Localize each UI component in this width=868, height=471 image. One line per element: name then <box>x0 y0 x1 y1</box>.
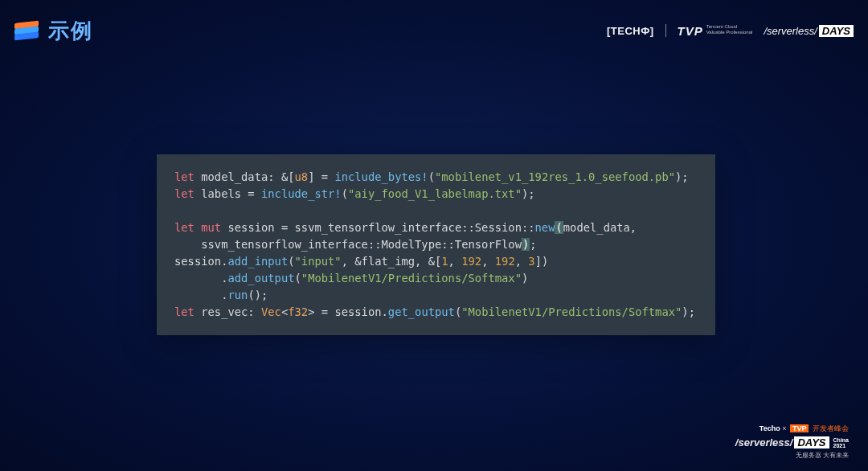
code-token: let <box>174 187 194 200</box>
code-token: Vec <box>261 305 281 318</box>
code-token: ssvm_tensorflow_interface::ModelType::Te… <box>174 238 522 251</box>
code-token: , <box>481 255 495 268</box>
title-wrap: 示例 <box>14 17 93 45</box>
code-token: "MobilenetV1/Predictions/Softmax" <box>461 305 682 318</box>
code-token: f32 <box>288 305 308 318</box>
code-token: model_data, <box>563 221 637 234</box>
code-token: = <box>314 170 334 183</box>
brand-serverless-days: /serverless/ DAYS <box>764 25 854 37</box>
code-token: 192 <box>495 255 515 268</box>
code-token: 1 <box>441 255 448 268</box>
slide-title: 示例 <box>48 17 93 45</box>
code-token: "aiy_food_V1_labelmap.txt" <box>348 187 522 200</box>
footer: Techo × TVP 开发者峰会 /serverless/ DAYS Chin… <box>735 424 849 460</box>
code-token: new <box>535 221 555 234</box>
brand-sd-slash: /serverless/ <box>764 25 817 37</box>
code-token: let <box>174 305 194 318</box>
code-token: ( <box>428 170 435 183</box>
code-line: .add_output("MobilenetV1/Predictions/Sof… <box>174 270 698 287</box>
code-token: ( <box>455 305 461 318</box>
brand-separator <box>665 24 666 37</box>
brand-tvp-big: TVP <box>678 24 703 38</box>
code-token: ( <box>288 255 294 268</box>
footer-sd-slash: /serverless/ <box>735 436 793 448</box>
code-token: . <box>174 272 227 285</box>
code-token: add_input <box>227 255 288 268</box>
code-token: labels = <box>194 187 261 200</box>
code-token: ( <box>555 221 563 234</box>
code-token: include_bytes! <box>334 170 428 183</box>
code-token: let <box>174 170 194 183</box>
footer-tagline: 无服务器 大有未来 <box>735 451 849 460</box>
code-token: let <box>174 221 194 234</box>
code-token: = session. <box>314 305 387 318</box>
code-token: get_output <box>388 305 455 318</box>
code-token: "input" <box>295 255 342 268</box>
code-token: 3 <box>528 255 534 268</box>
code-line: session.add_input("input", &flat_img, &[… <box>174 253 698 270</box>
code-line <box>174 203 698 219</box>
footer-x: × <box>782 424 786 432</box>
code-token: , <box>515 255 529 268</box>
code-token: ) <box>522 272 528 285</box>
code-token: "MobilenetV1/Predictions/Softmax" <box>301 272 522 285</box>
code-token: session. <box>174 255 227 268</box>
footer-dev: 开发者峰会 <box>813 424 849 432</box>
code-token: model_data: <box>194 170 281 183</box>
code-token: ; <box>530 238 536 251</box>
brand-techo: [TECHФ] <box>607 25 654 37</box>
footer-top: Techo × TVP 开发者峰会 <box>735 424 849 434</box>
code-token: , <box>448 255 462 268</box>
code-line: let model_data: &[u8] = include_bytes!("… <box>174 169 698 186</box>
code-token: mut <box>201 221 221 234</box>
footer-tvp: TVP <box>790 424 809 432</box>
code-token: ( <box>295 272 301 285</box>
code-token: ( <box>342 187 348 200</box>
code-block: let model_data: &[u8] = include_bytes!("… <box>157 154 715 335</box>
code-line: ssvm_tensorflow_interface::ModelType::Te… <box>174 236 698 253</box>
code-line: .run(); <box>174 287 698 304</box>
code-token: ) <box>522 238 530 251</box>
brand-tvp-sub: Tencent CloudValuable Professional <box>706 24 753 35</box>
code-token <box>194 221 201 234</box>
code-token: ]) <box>535 255 549 268</box>
code-token: u8 <box>295 170 309 183</box>
footer-mid: /serverless/ DAYS China2021 <box>735 436 849 448</box>
code-token: run <box>227 289 248 301</box>
code-token: ); <box>682 305 695 318</box>
brand-sd-days: DAYS <box>819 25 854 37</box>
code-line: let labels = include_str!("aiy_food_V1_l… <box>174 186 698 203</box>
footer-sd-days: DAYS <box>794 436 829 448</box>
code-token: flat_img <box>362 255 415 268</box>
code-token: &[ <box>281 170 295 183</box>
code-line: let res_vec: Vec<f32> = session.get_outp… <box>174 304 698 321</box>
layers-icon <box>14 19 39 42</box>
footer-sd-china: China2021 <box>833 437 849 448</box>
code-token: ); <box>522 187 535 200</box>
code-token: , & <box>342 255 362 268</box>
code-line: let mut session = ssvm_tensorflow_interf… <box>174 219 698 236</box>
code-token: < <box>281 305 288 318</box>
code-token: ); <box>675 170 689 183</box>
brand-bar: [TECHФ] TVP Tencent CloudValuable Profes… <box>607 24 854 38</box>
slide: 示例 [TECHФ] TVP Tencent CloudValuable Pro… <box>0 0 868 471</box>
header: 示例 [TECHФ] TVP Tencent CloudValuable Pro… <box>14 14 854 47</box>
code-token: "mobilenet_v1_192res_1.0_seefood.pb" <box>435 170 675 183</box>
brand-tvp: TVP Tencent CloudValuable Professional <box>678 24 753 38</box>
code-token: res_vec: <box>194 305 261 318</box>
code-token: 192 <box>461 255 481 268</box>
code-token: (); <box>248 289 268 301</box>
code-token: add_output <box>227 272 294 285</box>
code-token: session = ssvm_tensorflow_interface::Ses… <box>221 221 534 234</box>
code-token: . <box>174 289 227 301</box>
code-token: , &[ <box>415 255 441 268</box>
code-token: include_str! <box>261 187 342 200</box>
footer-techo: Techo <box>760 424 780 432</box>
